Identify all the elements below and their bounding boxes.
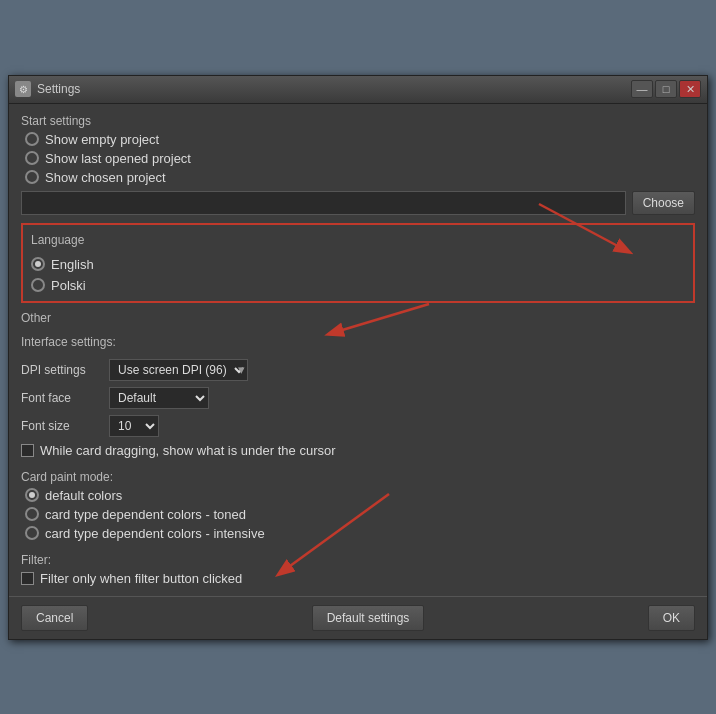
titlebar: ⚙ Settings — □ ✕: [9, 76, 707, 104]
filter-checkbox-row[interactable]: Filter only when filter button clicked: [21, 571, 695, 586]
radio-item-chosen[interactable]: Show chosen project: [25, 170, 695, 185]
start-settings-radio-group: Show empty project Show last opened proj…: [21, 132, 695, 185]
settings-window: ⚙ Settings — □ ✕ Start settings Show emp…: [8, 75, 708, 640]
window-title: Settings: [37, 82, 631, 96]
radio-intensive-indicator: [25, 526, 39, 540]
language-title: Language: [31, 233, 685, 247]
footer-center: Default settings: [88, 605, 647, 631]
main-content: Start settings Show empty project Show l…: [9, 104, 707, 596]
titlebar-buttons: — □ ✕: [631, 80, 701, 98]
radio-chosen-indicator: [25, 170, 39, 184]
card-paint-title: Card paint mode:: [21, 470, 695, 484]
card-paint-section: Card paint mode: default colors card typ…: [21, 470, 695, 541]
font-size-select[interactable]: 10: [109, 415, 159, 437]
font-face-row: Font face Default: [21, 387, 695, 409]
dpi-label: DPI settings: [21, 363, 101, 377]
radio-last-indicator: [25, 151, 39, 165]
radio-item-default-colors[interactable]: default colors: [25, 488, 695, 503]
radio-default-colors-label: default colors: [45, 488, 122, 503]
radio-item-english[interactable]: English: [31, 257, 685, 272]
radio-item-last[interactable]: Show last opened project: [25, 151, 695, 166]
close-button[interactable]: ✕: [679, 80, 701, 98]
dpi-row: DPI settings Use screen DPI (96) ▾: [21, 359, 695, 381]
default-settings-button[interactable]: Default settings: [312, 605, 425, 631]
font-size-row: Font size 10: [21, 415, 695, 437]
footer: Cancel Default settings OK: [9, 596, 707, 639]
other-title: Other: [21, 311, 695, 325]
radio-item-empty[interactable]: Show empty project: [25, 132, 695, 147]
drag-checkbox-row[interactable]: While card dragging, show what is under …: [21, 443, 695, 458]
language-section: Language English Polski: [21, 223, 695, 303]
filter-label: Filter only when filter button clicked: [40, 571, 242, 586]
radio-english-label: English: [51, 257, 94, 272]
interface-label: Interface settings:: [21, 335, 695, 349]
choose-button[interactable]: Choose: [632, 191, 695, 215]
radio-english-indicator: [31, 257, 45, 271]
radio-polski-label: Polski: [51, 278, 86, 293]
radio-chosen-label: Show chosen project: [45, 170, 166, 185]
radio-polski-indicator: [31, 278, 45, 292]
path-input[interactable]: [21, 191, 626, 215]
cancel-button[interactable]: Cancel: [21, 605, 88, 631]
filter-title: Filter:: [21, 553, 695, 567]
radio-last-label: Show last opened project: [45, 151, 191, 166]
font-face-select[interactable]: Default: [109, 387, 209, 409]
drag-label: While card dragging, show what is under …: [40, 443, 336, 458]
radio-item-polski[interactable]: Polski: [31, 278, 685, 293]
card-paint-radio-group: default colors card type dependent color…: [21, 488, 695, 541]
radio-toned-indicator: [25, 507, 39, 521]
radio-default-colors-indicator: [25, 488, 39, 502]
radio-empty-indicator: [25, 132, 39, 146]
maximize-button[interactable]: □: [655, 80, 677, 98]
ok-button[interactable]: OK: [648, 605, 695, 631]
radio-item-intensive[interactable]: card type dependent colors - intensive: [25, 526, 695, 541]
dpi-select[interactable]: Use screen DPI (96): [109, 359, 248, 381]
radio-empty-label: Show empty project: [45, 132, 159, 147]
window-icon: ⚙: [15, 81, 31, 97]
start-settings-section: Start settings Show empty project Show l…: [21, 114, 695, 215]
radio-intensive-label: card type dependent colors - intensive: [45, 526, 265, 541]
start-settings-title: Start settings: [21, 114, 695, 128]
filter-section: Filter: Filter only when filter button c…: [21, 553, 695, 586]
radio-toned-label: card type dependent colors - toned: [45, 507, 246, 522]
other-section: Other Interface settings: DPI settings U…: [21, 311, 695, 458]
drag-checkbox[interactable]: [21, 444, 34, 457]
font-face-label: Font face: [21, 391, 101, 405]
minimize-button[interactable]: —: [631, 80, 653, 98]
filter-checkbox[interactable]: [21, 572, 34, 585]
radio-item-toned[interactable]: card type dependent colors - toned: [25, 507, 695, 522]
font-size-label: Font size: [21, 419, 101, 433]
path-row: Choose: [21, 191, 695, 215]
